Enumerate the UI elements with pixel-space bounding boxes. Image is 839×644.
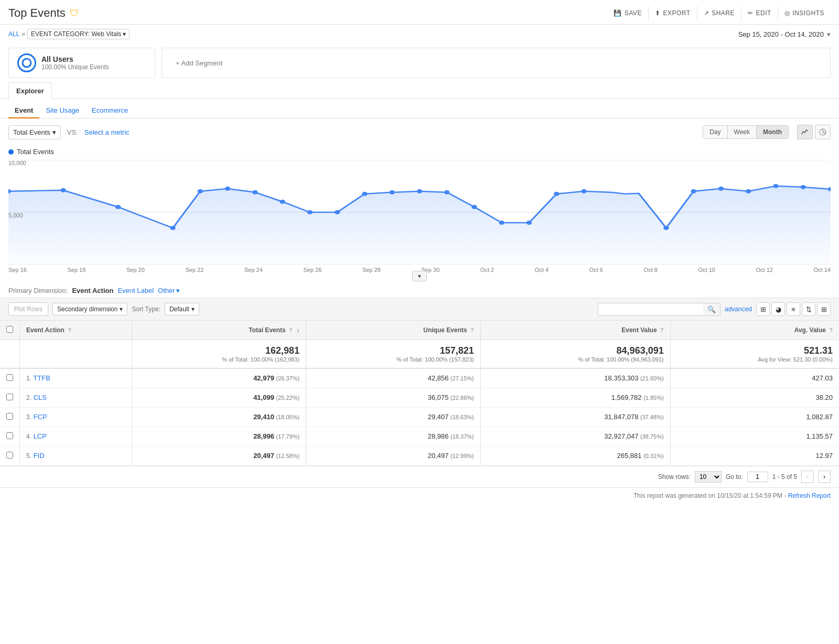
row-checkbox-4[interactable] xyxy=(6,452,13,459)
row-checkbox-0[interactable] xyxy=(6,374,13,381)
row-name-link[interactable]: TTFB xyxy=(33,374,50,382)
advanced-link[interactable]: advanced xyxy=(725,305,752,313)
svg-point-14 xyxy=(225,187,230,191)
row-avg-value: 427.03 xyxy=(670,368,839,388)
explorer-tab[interactable]: Explorer xyxy=(8,82,52,99)
all-users-segment[interactable]: All Users 100.00% Unique Events xyxy=(8,48,155,78)
date-range-selector[interactable]: Sep 15, 2020 - Oct 14, 2020 ▾ xyxy=(738,30,831,38)
report-footer: This report was generated on 10/15/20 at… xyxy=(0,487,839,504)
y-label-mid: 5,000 xyxy=(8,212,23,219)
table-view-grid[interactable]: ⊞ xyxy=(756,302,770,316)
row-checkbox-1[interactable] xyxy=(6,394,13,400)
svg-point-27 xyxy=(581,189,586,193)
row-unique-events: 29,407 (18.63%) xyxy=(306,408,481,427)
insights-button[interactable]: ◎ INSIGHTS xyxy=(778,6,831,20)
row-event-action: 5. FID xyxy=(20,446,132,466)
sort-type-dropdown[interactable]: Default ▾ xyxy=(165,303,199,315)
row-checkbox-cell xyxy=(0,388,20,408)
svg-point-32 xyxy=(773,184,778,188)
page-title-area: Top Events 🛡 xyxy=(8,6,79,20)
row-name-link[interactable]: FID xyxy=(34,452,45,460)
row-number: 1. xyxy=(26,375,31,382)
help-icon-total-events[interactable]: ? xyxy=(289,327,293,333)
svg-point-29 xyxy=(691,189,696,193)
dim-other[interactable]: Other ▾ xyxy=(158,287,180,294)
chart-scroll-button[interactable]: ▾ xyxy=(412,271,427,281)
table-controls: Plot Rows Secondary dimension ▾ Sort Typ… xyxy=(0,298,839,321)
pie-chart-button[interactable] xyxy=(815,125,831,139)
breadcrumb-separator: » xyxy=(21,30,25,38)
svg-point-22 xyxy=(444,190,449,194)
segment-row: All Users 100.00% Unique Events + Add Se… xyxy=(0,43,839,82)
chart-area: Total Events 10,000 5,000 xyxy=(0,146,839,281)
row-total-events: 28,996 (17.79%) xyxy=(132,427,306,446)
row-checkbox-2[interactable] xyxy=(6,413,13,420)
export-button[interactable]: ⬆ EXPORT xyxy=(649,6,697,20)
totals-total-events: 162,981 % of Total: 100.00% (162,983) xyxy=(132,340,306,369)
table-view-list[interactable]: ≡ xyxy=(787,302,800,316)
share-button[interactable]: ↗ SHARE xyxy=(697,6,741,20)
row-name-link[interactable]: FCP xyxy=(34,413,47,421)
row-checkbox-cell xyxy=(0,427,20,446)
week-button[interactable]: Week xyxy=(728,126,757,138)
edit-button[interactable]: ✏ EDIT xyxy=(741,6,778,20)
edit-icon: ✏ xyxy=(748,9,754,17)
secondary-dimension-dropdown[interactable]: Secondary dimension ▾ xyxy=(52,303,127,315)
legend-dot xyxy=(8,149,14,155)
month-button[interactable]: Month xyxy=(757,126,788,138)
row-total-events: 42,979 (26.37%) xyxy=(132,368,306,388)
help-icon-event-value[interactable]: ? xyxy=(660,327,664,333)
select-all-checkbox[interactable] xyxy=(6,326,13,333)
totals-unique-events: 157,821 % of Total: 100.00% (157,823) xyxy=(306,340,481,369)
show-rows-select[interactable]: 10 25 50 100 xyxy=(695,471,722,483)
tab-event[interactable]: Event xyxy=(8,103,39,118)
row-total-events: 29,410 (18.05%) xyxy=(132,408,306,427)
row-avg-value: 38.20 xyxy=(670,388,839,408)
row-number: 3. xyxy=(26,413,31,421)
search-icon[interactable]: 🔍 xyxy=(703,303,720,315)
table-view-pie[interactable]: ◕ xyxy=(771,302,785,316)
row-number: 5. xyxy=(26,452,31,460)
row-event-action: 4. LCP xyxy=(20,427,132,446)
goto-input[interactable] xyxy=(747,472,768,482)
time-buttons: Day Week Month xyxy=(703,125,789,139)
plot-rows-button[interactable]: Plot Rows xyxy=(8,302,48,316)
tab-ecommerce[interactable]: Ecommerce xyxy=(85,103,134,118)
breadcrumb-all[interactable]: ALL xyxy=(8,30,19,38)
totals-checkbox-cell xyxy=(0,340,20,369)
select-metric-link[interactable]: Select a metric xyxy=(84,128,130,136)
next-page-button[interactable]: › xyxy=(818,471,831,483)
row-name-link[interactable]: CLS xyxy=(34,394,47,401)
prev-page-button[interactable]: ‹ xyxy=(801,471,814,483)
table-row: 5. FID 20,497 (12.58%) 20,497 (12.99%) 2… xyxy=(0,446,839,466)
help-icon-avg-value[interactable]: ? xyxy=(829,327,833,333)
save-button[interactable]: 💾 SAVE xyxy=(607,6,649,20)
insights-icon: ◎ xyxy=(784,9,790,17)
tab-site-usage[interactable]: Site Usage xyxy=(39,103,85,118)
svg-point-23 xyxy=(471,205,477,209)
row-name-link[interactable]: LCP xyxy=(34,432,47,440)
row-checkbox-3[interactable] xyxy=(6,432,13,439)
help-icon-unique-events[interactable]: ? xyxy=(470,327,474,333)
row-event-action: 1. TTFB xyxy=(20,368,132,388)
line-chart-button[interactable] xyxy=(797,125,813,139)
svg-point-21 xyxy=(417,189,422,193)
breadcrumb-category[interactable]: EVENT CATEGORY: Web Vitals ▾ xyxy=(27,29,130,39)
row-total-events: 20,497 (12.58%) xyxy=(132,446,306,466)
dim-event-label[interactable]: Event Label xyxy=(117,287,154,294)
search-input[interactable] xyxy=(598,303,703,315)
add-segment-button[interactable]: + Add Segment xyxy=(162,48,831,78)
table-search: 🔍 xyxy=(598,303,720,316)
day-button[interactable]: Day xyxy=(703,126,727,138)
segment-name: All Users xyxy=(41,55,109,63)
row-avg-value: 1,082.87 xyxy=(670,408,839,427)
dim-event-action[interactable]: Event Action xyxy=(72,287,113,294)
table-row: 4. LCP 28,996 (17.79%) 28,986 (18.37%) 3… xyxy=(0,427,839,446)
table-view-custom1[interactable]: ⇅ xyxy=(802,302,815,316)
th-total-events: Total Events ? ↓ xyxy=(132,321,306,340)
table-view-custom2[interactable]: ⊞ xyxy=(817,302,831,316)
help-icon-event-action[interactable]: ? xyxy=(68,327,71,333)
metric-dropdown[interactable]: Total Events ▾ xyxy=(8,125,61,139)
refresh-report-link[interactable]: Refresh Report xyxy=(788,492,831,499)
svg-point-15 xyxy=(252,190,257,194)
